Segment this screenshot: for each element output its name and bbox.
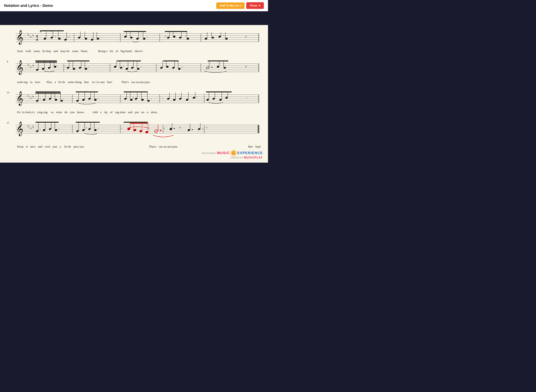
svg-point-234: [49, 128, 52, 130]
svg-text:♭: ♭: [27, 124, 29, 128]
svg-text:𝄾: 𝄾: [182, 66, 182, 68]
svg-point-160: [43, 99, 46, 101]
svg-text:♭: ♭: [32, 124, 34, 129]
svg-point-104: [79, 67, 81, 69]
svg-point-173: [88, 98, 91, 100]
svg-text:♭: ♭: [30, 34, 32, 39]
svg-text:♭: ♭: [27, 93, 29, 98]
staff-lines-2: 𝄞 ♭ ♭ ♭: [7, 59, 261, 79]
svg-point-67: [225, 37, 228, 40]
svg-point-62: [211, 37, 214, 39]
svg-text:♭: ♭: [27, 32, 29, 37]
svg-point-125: [172, 67, 175, 69]
svg-point-38: [97, 37, 100, 40]
branding-experience: EXPERIENCE: [237, 151, 263, 155]
svg-text:𝄞: 𝄞: [16, 60, 24, 75]
svg-point-27: [58, 37, 61, 40]
lyrics-row-4c: Bee bop!: [212, 144, 261, 149]
svg-point-236: [55, 129, 57, 131]
svg-point-241: [82, 129, 85, 131]
svg-text:𝄞: 𝄞: [16, 30, 24, 45]
svg-point-45: [136, 37, 139, 40]
svg-point-92: [42, 68, 45, 70]
add-to-list-button[interactable]: Add To My List ▾: [216, 2, 245, 9]
chevron-down-icon: ▾: [240, 5, 241, 7]
staff-row-3: 13 𝄞 ♭ ♭ ♭: [7, 89, 261, 115]
svg-text:𝄾: 𝄾: [197, 96, 197, 98]
svg-point-123: [166, 65, 169, 68]
svg-text:𝄾: 𝄾: [162, 98, 163, 99]
svg-text:♮: ♮: [223, 34, 224, 37]
svg-text:𝄾: 𝄾: [151, 98, 152, 100]
svg-point-162: [49, 98, 52, 100]
svg-point-197: [186, 99, 189, 101]
svg-point-206: [219, 99, 222, 101]
svg-point-246: [94, 129, 97, 131]
svg-text:♮: ♮: [86, 126, 87, 129]
svg-text:𝄾: 𝄾: [121, 128, 122, 129]
svg-point-118: [137, 68, 140, 70]
svg-point-34: [85, 37, 88, 40]
svg-text:4: 4: [40, 29, 41, 33]
svg-text:𝄾: 𝄾: [63, 98, 64, 100]
svg-point-64: [218, 35, 221, 38]
svg-point-185: [141, 99, 144, 101]
staff-row-2: 8 𝄞 ♭ ♭ ♭: [7, 59, 261, 84]
svg-point-24: [50, 37, 53, 39]
svg-point-22: [43, 37, 47, 40]
svg-text:♮: ♮: [55, 35, 56, 38]
svg-point-106: [85, 68, 88, 70]
svg-text:♭: ♭: [27, 62, 29, 67]
lyrics-row-4b: That's raz-za-ma-jazz.: [115, 144, 213, 149]
staff-svg-4: 𝄞 ♭ ♭ ♭ ♮: [7, 120, 261, 142]
svg-point-183: [135, 98, 138, 100]
svg-point-169: [76, 100, 79, 102]
svg-point-268: [187, 129, 190, 131]
svg-text:♯: ♯: [165, 35, 166, 38]
branding-music: MUSIC: [217, 151, 230, 155]
svg-point-239: [76, 130, 79, 132]
lyrics-row-1: Start with some be-bop and may-be some b…: [7, 49, 261, 53]
staff-svg-3: 𝄞 ♭ ♭ ♭ ♮: [7, 89, 261, 108]
svg-point-164: [55, 99, 57, 101]
svg-text:♮: ♮: [40, 128, 41, 131]
svg-text:♭: ♭: [30, 96, 32, 100]
header-buttons: Add To My List ▾ Close ✕: [216, 2, 264, 9]
svg-point-116: [131, 67, 134, 69]
svg-point-109: [114, 65, 117, 68]
staff-lines-1: 𝄞 ♭ ♭ ♭ 4 4 4 ▾: [7, 28, 261, 48]
svg-point-47: [143, 37, 146, 40]
branding-author: John Jacobson's: [201, 152, 216, 154]
svg-point-232: [43, 129, 46, 131]
lyrics-row-4-container: Keep it nice and cool just a lit-tle piz…: [7, 144, 261, 149]
svg-text:♭: ♭: [30, 65, 32, 69]
svg-point-43: [130, 37, 133, 39]
svg-text:𝄞: 𝄞: [16, 91, 24, 106]
svg-text:4: 4: [36, 37, 38, 42]
svg-point-111: [120, 67, 123, 69]
svg-text:♮: ♮: [65, 65, 66, 68]
svg-point-127: [178, 68, 181, 70]
branding-hosted-by: HOSTED BY: [231, 157, 243, 159]
svg-point-271: [198, 128, 201, 130]
svg-text:𝄞: 𝄞: [16, 121, 24, 136]
dark-bar-bottom: [0, 163, 268, 173]
svg-point-94: [48, 67, 51, 69]
svg-point-193: [173, 99, 176, 101]
svg-text:𝄾: 𝄾: [100, 37, 101, 39]
svg-point-121: [160, 67, 163, 69]
svg-point-55: [179, 37, 182, 39]
close-button[interactable]: Close ✕: [246, 2, 264, 9]
svg-point-157: [36, 100, 39, 102]
svg-point-114: [125, 68, 128, 70]
staff-lines-4: 𝄞 ♭ ♭ ♭ ♮: [7, 120, 261, 143]
svg-point-244: [88, 128, 91, 130]
svg-text:𝄻: 𝄻: [206, 127, 208, 128]
svg-text:♯: ♯: [133, 96, 134, 99]
svg-point-171: [82, 99, 85, 101]
staff-svg-1: 𝄞 ♭ ♭ ♭ 4 4 4 ▾: [7, 28, 261, 47]
svg-point-90: [36, 69, 39, 71]
svg-text:𝄾: 𝄾: [164, 128, 165, 129]
svg-point-180: [130, 99, 133, 101]
svg-point-199: [193, 97, 195, 99]
